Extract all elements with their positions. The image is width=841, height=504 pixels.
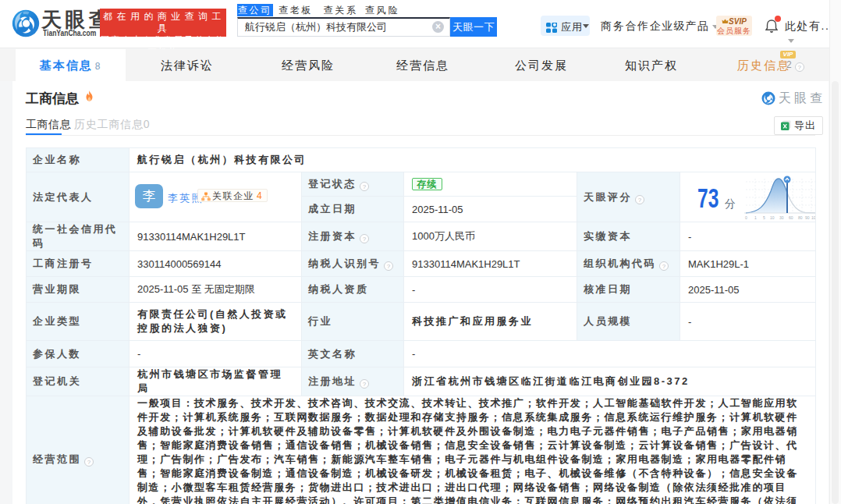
svg-text:5: 5 <box>763 215 765 220</box>
svg-text:100: 100 <box>811 215 816 220</box>
svg-text:0: 0 <box>745 215 747 220</box>
svg-text:10: 10 <box>770 215 775 220</box>
svg-text:60: 60 <box>789 215 793 220</box>
svg-text:90: 90 <box>805 215 810 220</box>
svg-text:30: 30 <box>779 215 784 220</box>
svg-text:80: 80 <box>798 215 803 220</box>
svg-text:1: 1 <box>754 215 757 220</box>
